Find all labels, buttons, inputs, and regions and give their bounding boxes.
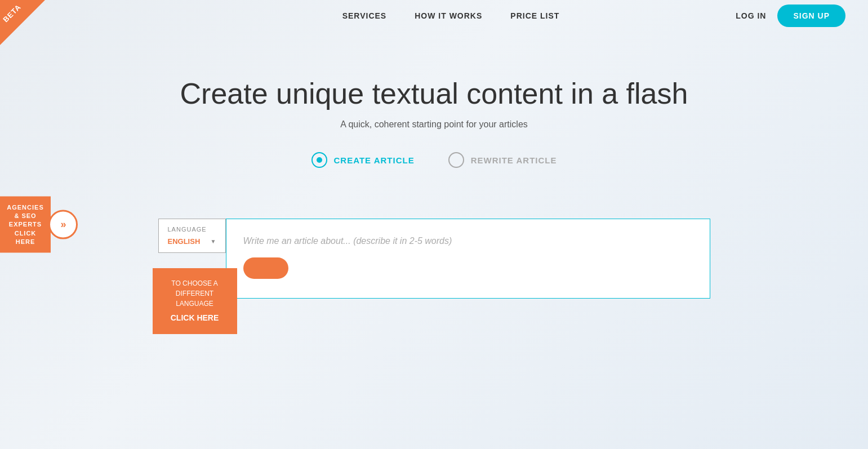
- content-area: LANGUAGE ENGLISH ▼ TO CHOOSE A DIFFERENT…: [0, 219, 868, 299]
- signup-button[interactable]: SIGN UP: [777, 5, 845, 27]
- article-placeholder: Write me an article about... (describe i…: [243, 236, 693, 246]
- submit-button[interactable]: [243, 257, 288, 279]
- side-banner-label: AGENCIES & SEO EXPERTS: [7, 203, 43, 228]
- hero-section: Create unique textual content in a flash…: [0, 32, 868, 219]
- rewrite-article-option[interactable]: REWRITE ARTICLE: [448, 152, 557, 168]
- side-banner: AGENCIES & SEO EXPERTS CLICK HERE »: [0, 196, 78, 253]
- tooltip-text: TO CHOOSE A DIFFERENT LANGUAGE: [171, 279, 217, 308]
- language-value: ENGLISH: [168, 237, 201, 246]
- hero-headline: Create unique textual content in a flash: [11, 77, 857, 110]
- header: SERVICES HOW IT WORKS PRICE LIST LOG IN …: [0, 0, 868, 32]
- language-label: LANGUAGE: [168, 226, 216, 233]
- chevron-right-icon: »: [60, 219, 64, 230]
- language-container: LANGUAGE ENGLISH ▼ TO CHOOSE A DIFFERENT…: [158, 219, 226, 253]
- language-tooltip[interactable]: TO CHOOSE A DIFFERENT LANGUAGE CLICK HER…: [153, 268, 237, 334]
- article-options: CREATE ARTICLE REWRITE ARTICLE: [11, 152, 857, 168]
- header-right: LOG IN SIGN UP: [736, 5, 845, 27]
- hero-subheadline: A quick, coherent starting point for you…: [11, 119, 857, 130]
- create-article-radio[interactable]: [311, 152, 327, 168]
- rewrite-article-label: REWRITE ARTICLE: [471, 155, 557, 165]
- beta-ribbon: BETA: [0, 0, 45, 45]
- article-input-box: Write me an article about... (describe i…: [226, 219, 710, 299]
- create-article-option[interactable]: CREATE ARTICLE: [311, 152, 415, 168]
- language-select[interactable]: ENGLISH ▼: [168, 237, 216, 246]
- rewrite-article-radio[interactable]: [448, 152, 464, 168]
- main-nav: SERVICES HOW IT WORKS PRICE LIST: [56, 11, 845, 20]
- language-dropdown-arrow: ▼: [211, 238, 216, 244]
- nav-services[interactable]: SERVICES: [342, 11, 387, 20]
- language-box: LANGUAGE ENGLISH ▼: [158, 219, 226, 253]
- nav-how-it-works[interactable]: HOW IT WORKS: [415, 11, 482, 20]
- login-link[interactable]: LOG IN: [736, 11, 766, 20]
- side-banner-cta: CLICK HERE: [15, 229, 37, 244]
- side-banner-circle[interactable]: »: [48, 210, 78, 239]
- create-article-label: CREATE ARTICLE: [334, 155, 415, 165]
- beta-label: BETA: [1, 3, 23, 24]
- side-banner-text: AGENCIES & SEO EXPERTS CLICK HERE: [0, 196, 51, 253]
- tooltip-cta: CLICK HERE: [164, 312, 226, 324]
- nav-price-list[interactable]: PRICE LIST: [510, 11, 559, 20]
